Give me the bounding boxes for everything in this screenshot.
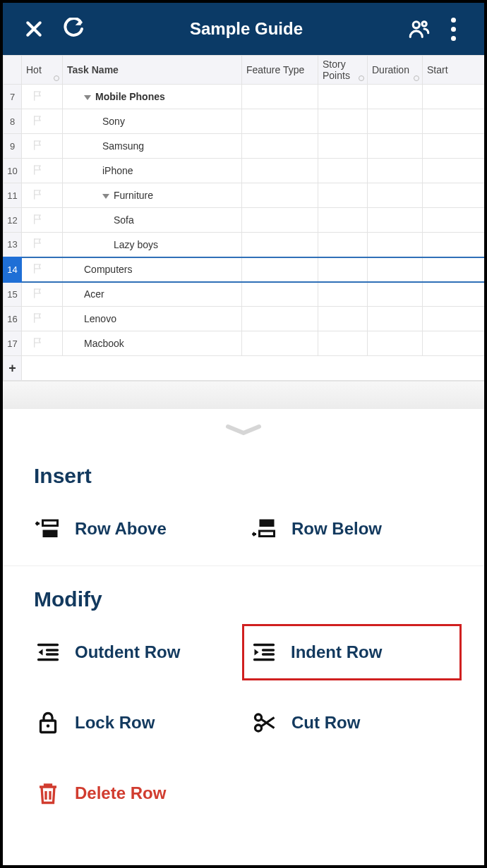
row-number[interactable]: 12 <box>4 208 22 233</box>
table-row[interactable]: 14Computers <box>4 257 485 282</box>
outdent-row-button[interactable]: Outdent Row <box>34 637 236 668</box>
row-above-button[interactable]: Row Above <box>34 513 236 544</box>
column-header-task[interactable]: Task Name <box>63 56 242 85</box>
story-cell[interactable] <box>318 134 368 159</box>
duration-cell[interactable] <box>368 282 423 307</box>
story-cell[interactable] <box>318 109 368 134</box>
task-cell[interactable]: Sony <box>63 109 242 134</box>
feature-cell[interactable] <box>242 85 318 109</box>
task-cell[interactable]: Lazy boys <box>63 233 242 257</box>
row-number[interactable]: 11 <box>4 183 22 208</box>
feature-cell[interactable] <box>242 183 318 208</box>
table-row[interactable]: 16Lenovo <box>4 307 485 331</box>
hot-cell[interactable] <box>22 159 63 183</box>
row-number[interactable]: 13 <box>4 233 22 257</box>
add-row-cell[interactable] <box>22 356 485 381</box>
caret-down-icon[interactable] <box>84 95 91 100</box>
task-cell[interactable]: Samsung <box>63 134 242 159</box>
duration-cell[interactable] <box>368 159 423 183</box>
table-row[interactable]: 15Acer <box>4 282 485 307</box>
story-cell[interactable] <box>318 307 368 331</box>
column-header-story[interactable]: Story Points <box>318 56 368 85</box>
table-row[interactable]: 13Lazy boys <box>4 233 485 257</box>
table-row[interactable]: 9Samsung <box>4 134 485 159</box>
feature-cell[interactable] <box>242 159 318 183</box>
feature-cell[interactable] <box>242 282 318 307</box>
start-cell[interactable] <box>423 233 485 257</box>
start-cell[interactable] <box>423 331 485 356</box>
caret-down-icon[interactable] <box>102 194 109 199</box>
column-header-duration[interactable]: Duration <box>368 56 423 85</box>
duration-cell[interactable] <box>368 233 423 257</box>
delete-row-button[interactable]: Delete Row <box>34 778 236 809</box>
add-row[interactable]: + <box>4 356 485 381</box>
table-row[interactable]: 8Sony <box>4 109 485 134</box>
table-row[interactable]: 17Macbook <box>4 331 485 356</box>
duration-cell[interactable] <box>368 183 423 208</box>
start-cell[interactable] <box>423 183 485 208</box>
table-row[interactable]: 7Mobile Phones <box>4 85 485 109</box>
hot-cell[interactable] <box>22 109 63 134</box>
hot-cell[interactable] <box>22 183 63 208</box>
story-cell[interactable] <box>318 331 368 356</box>
column-header-hot[interactable]: Hot <box>22 56 63 85</box>
task-cell[interactable]: Lenovo <box>63 307 242 331</box>
row-number[interactable]: 8 <box>4 109 22 134</box>
row-number[interactable]: 15 <box>4 282 22 307</box>
start-cell[interactable] <box>423 208 485 233</box>
lock-row-button[interactable]: Lock Row <box>34 707 236 738</box>
task-cell[interactable]: Computers <box>63 257 242 282</box>
close-button[interactable] <box>17 12 51 46</box>
story-cell[interactable] <box>318 257 368 282</box>
sheet-drag-handle[interactable] <box>3 409 484 451</box>
add-row-button[interactable]: + <box>4 356 22 381</box>
row-number[interactable]: 10 <box>4 159 22 183</box>
table-row[interactable]: 11Furniture <box>4 183 485 208</box>
row-number[interactable]: 7 <box>4 85 22 109</box>
feature-cell[interactable] <box>242 257 318 282</box>
row-number[interactable]: 9 <box>4 134 22 159</box>
row-number[interactable]: 14 <box>4 257 22 282</box>
start-cell[interactable] <box>423 109 485 134</box>
duration-cell[interactable] <box>368 257 423 282</box>
start-cell[interactable] <box>423 282 485 307</box>
share-button[interactable] <box>402 12 436 46</box>
start-cell[interactable] <box>423 307 485 331</box>
table-row[interactable]: 10iPhone <box>4 159 485 183</box>
feature-cell[interactable] <box>242 331 318 356</box>
start-cell[interactable] <box>423 134 485 159</box>
story-cell[interactable] <box>318 183 368 208</box>
start-cell[interactable] <box>423 85 485 109</box>
hot-cell[interactable] <box>22 233 63 257</box>
duration-cell[interactable] <box>368 134 423 159</box>
story-cell[interactable] <box>318 85 368 109</box>
column-header-corner[interactable] <box>4 56 22 85</box>
column-header-feature[interactable]: Feature Type <box>242 56 318 85</box>
feature-cell[interactable] <box>242 307 318 331</box>
cut-row-button[interactable]: Cut Row <box>251 707 453 738</box>
duration-cell[interactable] <box>368 331 423 356</box>
start-cell[interactable] <box>423 257 485 282</box>
indent-row-button[interactable]: Indent Row <box>242 624 462 680</box>
task-cell[interactable]: Macbook <box>63 331 242 356</box>
duration-cell[interactable] <box>368 109 423 134</box>
hot-cell[interactable] <box>22 257 63 282</box>
start-cell[interactable] <box>423 159 485 183</box>
feature-cell[interactable] <box>242 134 318 159</box>
row-number[interactable]: 17 <box>4 331 22 356</box>
hot-cell[interactable] <box>22 85 63 109</box>
hot-cell[interactable] <box>22 208 63 233</box>
story-cell[interactable] <box>318 233 368 257</box>
task-cell[interactable]: Sofa <box>63 208 242 233</box>
story-cell[interactable] <box>318 208 368 233</box>
task-cell[interactable]: Mobile Phones <box>63 85 242 109</box>
refresh-button[interactable] <box>56 12 90 46</box>
more-button[interactable] <box>436 12 470 46</box>
column-header-start[interactable]: Start <box>423 56 485 85</box>
task-cell[interactable]: Acer <box>63 282 242 307</box>
row-below-button[interactable]: Row Below <box>251 513 453 544</box>
table-row[interactable]: 12Sofa <box>4 208 485 233</box>
hot-cell[interactable] <box>22 307 63 331</box>
task-cell[interactable]: Furniture <box>63 183 242 208</box>
duration-cell[interactable] <box>368 85 423 109</box>
